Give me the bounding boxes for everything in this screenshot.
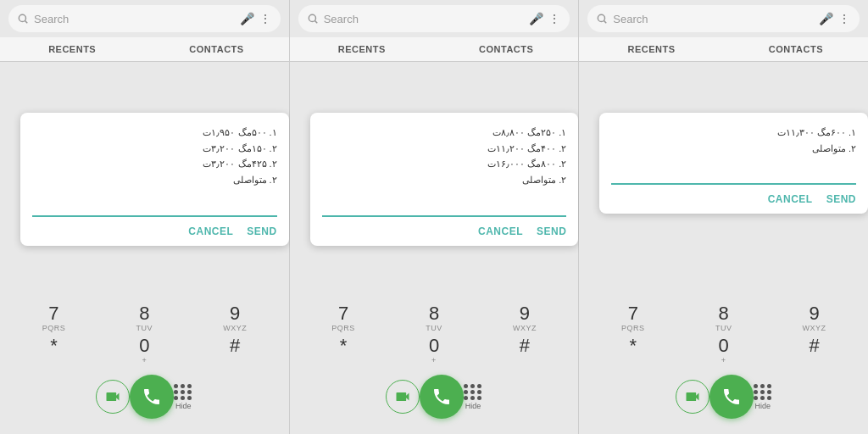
- keypad: 7 PQRS 8 TUV 9 WXYZ * 0 + #: [290, 303, 579, 368]
- key-8[interactable]: 8 TUV: [123, 303, 165, 332]
- svg-line-5: [604, 21, 607, 24]
- dialog-content: ۱. ۶۰۰مگ ۱۱٫۳۰۰ت۲. متواصلی: [611, 125, 856, 156]
- hide-button[interactable]: Hide: [754, 384, 772, 410]
- bottom-bar: Hide: [372, 368, 496, 427]
- hide-dots-icon: [754, 384, 772, 400]
- video-call-button[interactable]: [676, 380, 709, 414]
- svg-point-4: [598, 14, 605, 21]
- dialog-line: ۲. متواصلی: [322, 172, 567, 188]
- dialog-line: ۲. ۱۵۰مگ ۳٫۲۰۰ت: [32, 141, 277, 157]
- tab-bar: RECENTS CONTACTS: [290, 37, 579, 62]
- tab-recents[interactable]: RECENTS: [290, 37, 434, 61]
- dialog-line: ۲. ۸۰۰مگ ۱۶٫۰۰۰ت: [322, 156, 567, 172]
- hide-label: Hide: [465, 402, 481, 410]
- dialog-input[interactable]: [322, 197, 567, 217]
- dialpad-area: ۱. ۲۵۰مگ ۸٫۸۰۰ت۲. ۴۰۰مگ ۱۱٫۲۰۰ت۲. ۸۰۰مگ …: [290, 62, 579, 434]
- hide-dots-icon: [174, 384, 192, 400]
- keypad-row-789: 7 PQRS 8 TUV 9 WXYZ: [298, 303, 570, 332]
- cancel-button[interactable]: CANCEL: [188, 225, 233, 237]
- call-button[interactable]: [130, 375, 174, 419]
- dialog-line: ۱. ۶۰۰مگ ۱۱٫۳۰۰ت: [611, 125, 856, 141]
- dialog-content: ۱. ۲۵۰مگ ۸٫۸۰۰ت۲. ۴۰۰مگ ۱۱٫۲۰۰ت۲. ۸۰۰مگ …: [322, 125, 567, 188]
- search-placeholder: Search: [34, 13, 235, 25]
- ussd-dialog: ۱. ۵۰۰مگ ۱٫۹۵۰ت۲. ۱۵۰مگ ۳٫۲۰۰ت۲. ۴۲۵مگ ۳…: [20, 113, 289, 246]
- tab-contacts[interactable]: CONTACTS: [144, 37, 288, 61]
- mic-icon[interactable]: 🎤: [529, 12, 543, 25]
- svg-point-0: [19, 14, 25, 21]
- dialog-content: ۱. ۵۰۰مگ ۱٫۹۵۰ت۲. ۱۵۰مگ ۳٫۲۰۰ت۲. ۴۲۵مگ ۳…: [32, 125, 277, 188]
- svg-line-1: [25, 21, 28, 24]
- keypad: 7 PQRS 8 TUV 9 WXYZ * 0 + #: [0, 303, 289, 368]
- dialog-line: ۲. متواصلی: [32, 172, 277, 188]
- search-bar[interactable]: Search 🎤 ⋮: [8, 5, 281, 32]
- svg-point-2: [309, 14, 315, 21]
- bottom-bar: Hide: [82, 368, 206, 427]
- dialog-input[interactable]: [611, 164, 856, 185]
- send-button[interactable]: SEND: [537, 225, 566, 237]
- key-7[interactable]: 7 PQRS: [32, 303, 75, 332]
- tab-bar: RECENTS CONTACTS: [579, 37, 868, 62]
- key-hash[interactable]: #: [793, 336, 836, 364]
- key-9[interactable]: 9 WXYZ: [214, 303, 256, 332]
- search-icon: [17, 13, 29, 25]
- mic-icon[interactable]: 🎤: [240, 12, 254, 25]
- hide-dots-icon: [464, 384, 482, 400]
- more-options-icon[interactable]: ⋮: [259, 12, 272, 25]
- tab-recents[interactable]: RECENTS: [579, 37, 723, 61]
- cancel-button[interactable]: CANCEL: [768, 193, 813, 205]
- call-button[interactable]: [709, 375, 754, 419]
- dialpad-area: ۱. ۵۰۰مگ ۱٫۹۵۰ت۲. ۱۵۰مگ ۳٫۲۰۰ت۲. ۴۲۵مگ ۳…: [0, 62, 289, 434]
- call-button[interactable]: [420, 375, 464, 419]
- search-placeholder: Search: [324, 13, 525, 25]
- video-call-button[interactable]: [96, 380, 130, 414]
- more-options-icon[interactable]: ⋮: [838, 12, 851, 25]
- key-hash[interactable]: #: [214, 336, 256, 364]
- key-star[interactable]: *: [322, 336, 364, 364]
- phone-panel-2: Search 🎤 ⋮ RECENTS CONTACTS ۱. ۲۵۰مگ ۸٫۸…: [290, 0, 580, 434]
- hide-label: Hide: [754, 402, 771, 410]
- dialog-actions: CANCEL SEND: [32, 225, 277, 237]
- phone-icon: [431, 387, 452, 407]
- key-7[interactable]: 7 PQRS: [322, 303, 364, 332]
- video-icon: [684, 388, 701, 405]
- send-button[interactable]: SEND: [247, 225, 276, 237]
- key-0[interactable]: 0 +: [413, 336, 455, 364]
- tab-recents[interactable]: RECENTS: [0, 37, 144, 61]
- hide-button[interactable]: Hide: [464, 384, 482, 410]
- dialog-line: ۲. ۴۰۰مگ ۱۱٫۲۰۰ت: [322, 141, 567, 157]
- mic-icon[interactable]: 🎤: [819, 12, 833, 25]
- tab-bar: RECENTS CONTACTS: [0, 37, 289, 62]
- keypad-row-star0hash: * 0 + #: [298, 336, 570, 364]
- bottom-bar: Hide: [662, 368, 786, 427]
- key-8[interactable]: 8 TUV: [413, 303, 455, 332]
- key-hash[interactable]: #: [504, 336, 546, 364]
- dialog-line: ۲. متواصلی: [611, 141, 856, 157]
- more-options-icon[interactable]: ⋮: [548, 12, 561, 25]
- search-bar[interactable]: Search 🎤 ⋮: [298, 5, 570, 32]
- phone-panel-1: Search 🎤 ⋮ RECENTS CONTACTS ۱. ۵۰۰مگ ۱٫۹…: [0, 0, 290, 434]
- cancel-button[interactable]: CANCEL: [478, 225, 523, 237]
- key-9[interactable]: 9 WXYZ: [504, 303, 546, 332]
- key-star[interactable]: *: [32, 336, 75, 364]
- dialog-input[interactable]: [32, 197, 277, 217]
- dialpad-area: ۱. ۶۰۰مگ ۱۱٫۳۰۰ت۲. متواصلی CANCEL SEND 7…: [579, 62, 868, 434]
- key-9[interactable]: 9 WXYZ: [793, 303, 836, 332]
- ussd-dialog: ۱. ۲۵۰مگ ۸٫۸۰۰ت۲. ۴۰۰مگ ۱۱٫۲۰۰ت۲. ۸۰۰مگ …: [310, 113, 579, 246]
- phone-icon: [721, 387, 742, 407]
- tab-contacts[interactable]: CONTACTS: [724, 37, 868, 61]
- hide-button[interactable]: Hide: [174, 384, 192, 410]
- key-0[interactable]: 0 +: [123, 336, 165, 364]
- keypad-row-789: 7 PQRS 8 TUV 9 WXYZ: [8, 303, 281, 332]
- search-bar[interactable]: Search 🎤 ⋮: [587, 5, 860, 32]
- key-7[interactable]: 7 PQRS: [612, 303, 654, 332]
- key-star[interactable]: *: [612, 336, 654, 364]
- key-8[interactable]: 8 TUV: [703, 303, 745, 332]
- video-call-button[interactable]: [386, 380, 420, 414]
- dialog-actions: CANCEL SEND: [611, 193, 856, 205]
- svg-line-3: [314, 21, 317, 24]
- key-0[interactable]: 0 +: [703, 336, 745, 364]
- keypad-row-star0hash: * 0 + #: [8, 336, 281, 364]
- tab-contacts[interactable]: CONTACTS: [434, 37, 578, 61]
- send-button[interactable]: SEND: [826, 193, 856, 205]
- phone-panel-3: Search 🎤 ⋮ RECENTS CONTACTS ۱. ۶۰۰مگ ۱۱٫…: [579, 0, 868, 434]
